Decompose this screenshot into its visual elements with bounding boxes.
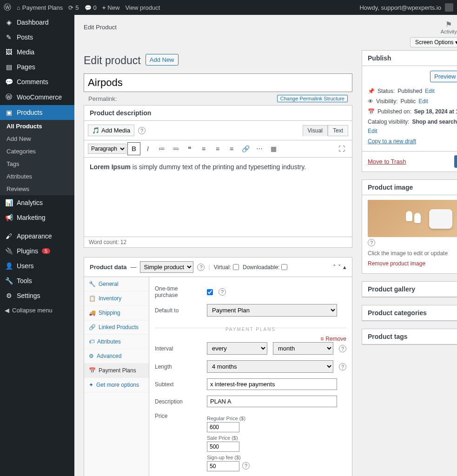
screen-options-button[interactable]: Screen Options ▾ (410, 37, 457, 47)
link-icon: 🔗 (89, 324, 96, 331)
signup-fee-input[interactable] (207, 461, 239, 471)
ul-button[interactable]: ≔ (155, 142, 168, 155)
help-icon[interactable]: ? (219, 288, 226, 296)
align-left-button[interactable]: ≡ (197, 142, 210, 155)
move-up-icon[interactable]: ˄ (333, 264, 336, 271)
update-button[interactable]: Update👆 (454, 155, 457, 168)
sub-tags[interactable]: Tags (0, 158, 74, 170)
preview-changes-button[interactable]: Preview Changes (430, 71, 457, 82)
sub-reviews[interactable]: Reviews (0, 183, 74, 195)
sidebar-item-users[interactable]: 👤Users (0, 258, 74, 273)
site-home-link[interactable]: Payment Plans (17, 4, 63, 11)
help-icon[interactable]: ? (368, 239, 375, 246)
bold-button[interactable]: B (127, 142, 140, 155)
wp-logo-icon[interactable] (4, 3, 11, 13)
edit-catalog-link[interactable]: Edit (368, 128, 378, 134)
sidebar-item-appearance[interactable]: 🖌Appearance (0, 229, 74, 244)
tab-get-more[interactable]: ✦Get more options (84, 378, 149, 392)
sidebar-item-media[interactable]: 🖼Media (0, 45, 74, 60)
virtual-checkbox[interactable] (233, 264, 239, 270)
align-center-button[interactable]: ≡ (211, 142, 224, 155)
regular-price-input[interactable] (207, 422, 239, 432)
edit-status-link[interactable]: Edit (425, 88, 435, 94)
remove-image-link[interactable]: Remove product image (368, 260, 425, 267)
help-icon[interactable]: ? (197, 264, 205, 271)
product-data-heading: Product data (90, 264, 126, 271)
sidebar-item-plugins[interactable]: 🔌Plugins 5 (0, 244, 74, 258)
length-select[interactable]: 4 months (207, 360, 333, 373)
remove-plan-link[interactable]: ≡ Remove (320, 336, 346, 342)
subtext-input[interactable] (207, 378, 337, 390)
avatar-icon[interactable] (445, 3, 453, 12)
sidebar-item-analytics[interactable]: 📊Analytics (0, 195, 74, 210)
editor-content[interactable]: Lorem Ipsum is simply dummy text of the … (84, 158, 352, 237)
move-trash-link[interactable]: Move to Trash (368, 158, 406, 165)
help-icon[interactable]: ? (242, 462, 250, 469)
tab-general[interactable]: 🔧General (84, 277, 149, 291)
italic-button[interactable]: I (141, 142, 154, 155)
plan-desc-label: Description (155, 398, 201, 405)
view-product-link[interactable]: View product (125, 4, 160, 11)
format-select[interactable]: Paragraph (88, 144, 126, 154)
interval-every-select[interactable]: every (207, 342, 267, 355)
sidebar-item-posts[interactable]: ✎Posts (0, 30, 74, 45)
updates-link[interactable]: 5 (68, 4, 79, 11)
product-gallery-box: Product gallery ˄˅▾ (362, 281, 457, 298)
help-icon[interactable]: ? (339, 363, 346, 370)
sub-all-products[interactable]: All Products (0, 120, 74, 132)
product-image-thumbnail[interactable] (368, 200, 457, 237)
ol-button[interactable]: ≕ (169, 142, 182, 155)
sale-price-input[interactable] (207, 442, 239, 452)
help-icon[interactable]: ? (339, 345, 346, 352)
sidebar-item-marketing[interactable]: 📢Marketing (0, 210, 74, 225)
tab-inventory[interactable]: 📋Inventory (84, 291, 149, 306)
sidebar-item-comments[interactable]: 💬Comments (0, 74, 74, 89)
help-icon[interactable]: ? (138, 127, 146, 134)
eye-icon: 👁 (368, 98, 373, 105)
howdy-text[interactable]: Howdy, support@wpexperts.io (359, 4, 441, 11)
interval-unit-select[interactable]: month (273, 342, 333, 355)
one-time-checkbox[interactable] (207, 289, 213, 295)
plan-desc-input[interactable] (207, 396, 337, 407)
sub-categories[interactable]: Categories (0, 145, 74, 158)
toolbar-toggle-button[interactable]: ▦ (267, 142, 280, 155)
align-right-button[interactable]: ≡ (225, 142, 238, 155)
flag-icon (445, 20, 452, 29)
sidebar-item-pages[interactable]: ▤Pages (0, 60, 74, 74)
downloadable-checkbox[interactable] (281, 264, 287, 270)
tab-advanced[interactable]: ⚙Advanced (84, 349, 149, 364)
quote-button[interactable]: ❝ (183, 142, 196, 155)
move-down-icon[interactable]: ˅ (338, 264, 341, 271)
sidebar-item-products[interactable]: ▣Products (0, 105, 74, 120)
tab-linked-products[interactable]: 🔗Linked Products (84, 320, 149, 335)
regular-price-label: Regular Price ($) (207, 416, 250, 421)
fullscreen-button[interactable]: ⛶ (335, 142, 348, 155)
tab-attributes[interactable]: 🏷Attributes (84, 335, 149, 349)
new-link[interactable]: New (102, 4, 120, 11)
more-button[interactable]: ⋯ (253, 142, 266, 155)
visual-tab[interactable]: Visual (303, 125, 328, 136)
sidebar-item-tools[interactable]: 🔧Tools (0, 273, 74, 288)
change-permalink-button[interactable]: Change Permalink Structure (277, 95, 348, 102)
collapse-menu[interactable]: ◀Collapse menu (0, 303, 74, 317)
add-new-button[interactable]: Add New (146, 54, 179, 66)
tab-payment-plans[interactable]: 📅Payment Plans (84, 364, 149, 378)
tab-shipping[interactable]: 🚚Shipping (84, 306, 149, 320)
link-button[interactable]: 🔗 (239, 142, 252, 155)
activity-link[interactable]: Activity (441, 20, 457, 34)
text-tab[interactable]: Text (328, 125, 348, 136)
sidebar-item-dashboard[interactable]: ◈Dashboard (0, 15, 74, 30)
toggle-icon[interactable]: ▴ (343, 264, 346, 271)
sub-add-new[interactable]: Add New (0, 132, 74, 145)
edit-visibility-link[interactable]: Edit (418, 98, 428, 105)
comments-link[interactable]: 0 (85, 4, 97, 11)
sidebar-item-settings[interactable]: ⚙Settings (0, 288, 74, 303)
product-title-input[interactable] (84, 73, 352, 92)
product-type-select[interactable]: Simple product (140, 261, 193, 273)
copy-draft-link[interactable]: Copy to a new draft (368, 138, 416, 145)
default-to-select[interactable]: Payment Plan (207, 304, 337, 317)
add-media-button[interactable]: 🎵Add Media (88, 125, 134, 136)
sub-attributes[interactable]: Attributes (0, 170, 74, 183)
sidebar-item-woocommerce[interactable]: ⓌWooCommerce (0, 89, 74, 105)
product-description-box: Product description 🎵Add Media ? Visual … (84, 105, 352, 248)
